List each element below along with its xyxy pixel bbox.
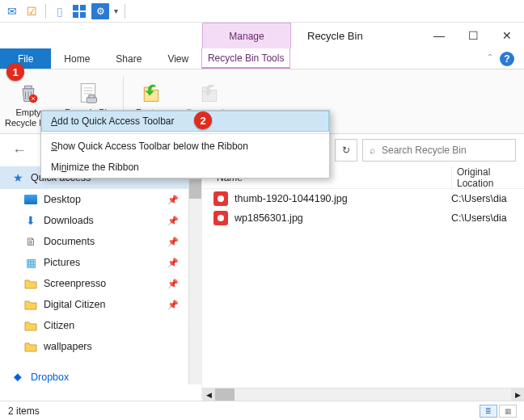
window-controls: — ☐ ✕ xyxy=(422,23,524,48)
pin-icon: 📌 xyxy=(167,237,179,247)
nav-screenpresso-label: Screenpresso xyxy=(44,278,106,289)
empty-label-1: Empty xyxy=(15,107,40,117)
nav-desktop[interactable]: Desktop 📌 xyxy=(0,189,201,210)
documents-icon: 🗎 xyxy=(24,235,37,248)
checkbox-icon[interactable]: ☑ xyxy=(24,4,39,19)
folder-icon xyxy=(24,319,37,332)
nav-digital-citizen[interactable]: Digital Citizen 📌 xyxy=(0,294,201,315)
scroll-thumb[interactable] xyxy=(215,388,235,401)
svg-rect-3 xyxy=(80,12,86,18)
restore-all-icon xyxy=(138,80,164,106)
nav-screenpresso[interactable]: Screenpresso 📌 xyxy=(0,273,201,294)
scroll-left-icon[interactable]: ◀ xyxy=(202,388,215,401)
nav-pictures-label: Pictures xyxy=(44,257,80,268)
close-button[interactable]: ✕ xyxy=(490,23,524,48)
nav-wallpapers[interactable]: wallpapers xyxy=(0,336,201,357)
nav-scrollbar[interactable]: ▲ xyxy=(188,166,201,384)
file-row[interactable]: thumb-1920-1044190.jpg C:\Users\dia xyxy=(202,189,524,208)
refresh-button[interactable]: ↻ xyxy=(335,139,357,162)
tab-share[interactable]: Share xyxy=(103,48,154,69)
annotation-2: 2 xyxy=(194,111,212,129)
folder-icon xyxy=(24,277,37,290)
svg-rect-4 xyxy=(25,86,32,89)
grid-icon[interactable] xyxy=(72,4,87,19)
manage-contextual-tab[interactable]: Manage xyxy=(202,23,291,48)
restore-selected-icon xyxy=(196,80,222,106)
file-list: thumb-1920-1044190.jpg C:\Users\dia wp18… xyxy=(202,189,524,420)
file-row[interactable]: wp1856301.jpg C:\Users\dia xyxy=(202,208,524,228)
title-bar: Manage Recycle Bin — ☐ ✕ xyxy=(0,23,524,48)
tab-home[interactable]: Home xyxy=(51,48,103,69)
image-file-icon xyxy=(213,191,228,206)
pin-icon: 📌 xyxy=(167,279,179,289)
column-location[interactable]: Original Location xyxy=(451,166,524,188)
pin-icon: 📌 xyxy=(167,216,179,226)
file-list-pane: Name Original Location thumb-1920-104419… xyxy=(202,166,524,420)
file-name: wp1856301.jpg xyxy=(235,212,445,224)
ribbon-tabs: File Home Share View Recycle Bin Tools ˆ… xyxy=(0,48,524,69)
annotation-1: 1 xyxy=(6,63,24,81)
nav-citizen-label: Citizen xyxy=(44,320,74,331)
folder-icon xyxy=(24,340,37,353)
dropbox-icon: ⯁ xyxy=(11,371,24,384)
document-icon[interactable]: ▯ xyxy=(53,4,67,19)
properties-icon xyxy=(75,80,101,106)
nav-dropbox[interactable]: ⯁ Dropbox xyxy=(0,367,201,388)
scroll-thumb[interactable] xyxy=(189,179,201,199)
context-add-to-qat[interactable]: Add to Quick Access Toolbar xyxy=(41,111,329,132)
nav-dc-label: Digital Citizen xyxy=(44,299,105,310)
nav-citizen[interactable]: Citizen xyxy=(0,315,201,336)
quick-access-toolbar: ✉ ☑ ▯ ⚙ ▾ xyxy=(0,0,524,23)
svg-rect-0 xyxy=(73,5,78,10)
nav-documents[interactable]: 🗎 Documents 📌 xyxy=(0,231,201,252)
pictures-icon: ▦ xyxy=(24,256,37,269)
context-add-label: Add to Quick Access Toolbar xyxy=(51,116,175,127)
gear-icon[interactable]: ⚙ xyxy=(91,3,109,19)
minimize-button[interactable]: — xyxy=(422,23,456,48)
pin-icon: 📌 xyxy=(167,258,179,268)
context-minimize-ribbon[interactable]: Minimize the Ribbon xyxy=(41,157,329,178)
ribbon-help-area: ˆ ? xyxy=(488,48,524,69)
nav-wallpapers-label: wallpapers xyxy=(44,341,92,352)
file-name: thumb-1920-1044190.jpg xyxy=(235,193,445,204)
horizontal-scrollbar[interactable]: ◀ ▶ xyxy=(202,388,524,401)
outlook-icon[interactable]: ✉ xyxy=(5,4,19,19)
qat-divider-2 xyxy=(125,4,125,19)
pin-icon: 📌 xyxy=(167,300,179,310)
nav-downloads[interactable]: ⬇ Downloads 📌 xyxy=(0,210,201,231)
grid-svg xyxy=(72,4,87,19)
window-title: Recycle Bin xyxy=(291,23,422,48)
search-icon: ⌕ xyxy=(370,145,375,156)
context-separator xyxy=(41,133,329,134)
svg-rect-2 xyxy=(73,12,78,18)
tab-view[interactable]: View xyxy=(154,48,201,69)
context-show-label: Show Quick Access Toolbar below the Ribb… xyxy=(51,141,248,152)
file-location: C:\Users\dia xyxy=(451,212,524,224)
nav-dropbox-label: Dropbox xyxy=(31,372,69,383)
star-icon: ★ xyxy=(11,171,24,184)
image-file-icon xyxy=(213,211,228,225)
svg-rect-11 xyxy=(89,94,95,98)
collapse-ribbon-icon[interactable]: ˆ xyxy=(488,53,492,65)
context-min-label: Minimize the Ribbon xyxy=(51,162,139,173)
file-location: C:\Users\dia xyxy=(451,193,524,204)
search-placeholder: Search Recycle Bin xyxy=(382,145,467,156)
context-show-below[interactable]: Show Quick Access Toolbar below the Ribb… xyxy=(41,136,329,157)
status-item-count: 2 items xyxy=(8,405,40,417)
nav-pictures[interactable]: ▦ Pictures 📌 xyxy=(0,252,201,273)
back-button[interactable]: ← xyxy=(8,139,31,162)
search-box[interactable]: ⌕ Search Recycle Bin xyxy=(362,139,516,162)
qat-dropdown-icon[interactable]: ▾ xyxy=(114,6,118,15)
scroll-right-icon[interactable]: ▶ xyxy=(511,388,524,401)
nav-documents-label: Documents xyxy=(44,236,95,247)
help-icon[interactable]: ? xyxy=(500,52,514,66)
recycle-bin-icon xyxy=(15,80,41,106)
nav-downloads-label: Downloads xyxy=(44,215,94,226)
tab-recycle-bin-tools[interactable]: Recycle Bin Tools xyxy=(201,48,290,69)
context-menu: Add to Quick Access Toolbar Show Quick A… xyxy=(40,110,330,178)
maximize-button[interactable]: ☐ xyxy=(456,23,490,48)
navigation-pane: ★ Quick access Desktop 📌 ⬇ Downloads 📌 🗎… xyxy=(0,166,202,420)
qat-divider xyxy=(45,4,46,19)
downloads-icon: ⬇ xyxy=(24,214,37,227)
nav-desktop-label: Desktop xyxy=(44,194,81,205)
